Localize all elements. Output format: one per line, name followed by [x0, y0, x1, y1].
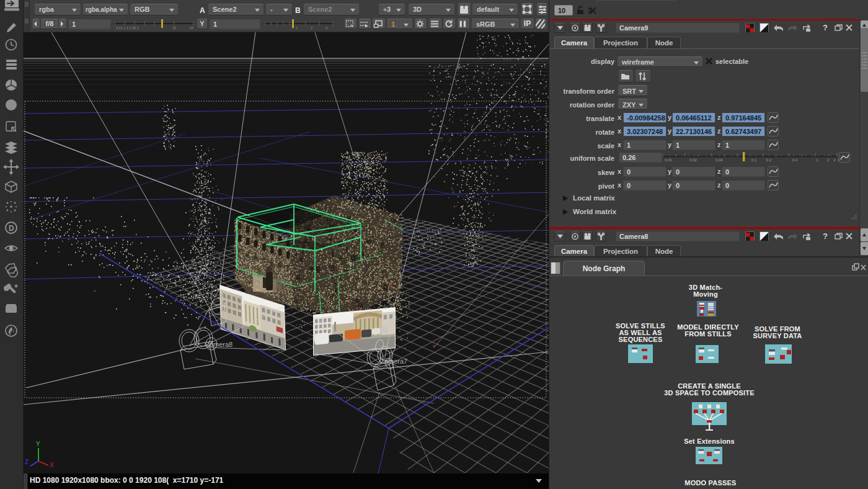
svg-text:1: 1	[296, 26, 298, 30]
svg-text:4: 4	[326, 26, 327, 30]
svg-text:2: 2	[311, 26, 312, 30]
svg-text:1: 1	[816, 158, 818, 162]
svg-text:0.02: 0.02	[689, 158, 697, 162]
svg-text:0.01: 0.01	[665, 158, 672, 162]
svg-text:D: D	[9, 224, 14, 233]
svg-text:4: 4	[833, 158, 836, 162]
svg-text:Y: Y	[36, 441, 40, 447]
svg-text:0.2: 0.2	[766, 158, 772, 162]
svg-text:0.4: 0.4	[792, 158, 798, 162]
svg-text:X: X	[50, 462, 54, 469]
svg-text:Camera8: Camera8	[205, 341, 232, 348]
svg-text:Camera7: Camera7	[379, 357, 407, 365]
svg-text:0.04: 0.04	[715, 158, 723, 162]
svg-text:Z: Z	[25, 459, 29, 465]
svg-text:10: 10	[172, 26, 176, 30]
svg-text:0.1: 0.1	[751, 158, 757, 162]
svg-text:0.01 1 4 2 30.1: 0.01 1 4 2 30.1	[116, 26, 139, 30]
svg-text:64: 64	[190, 26, 193, 30]
svg-text:2: 2	[827, 158, 830, 162]
